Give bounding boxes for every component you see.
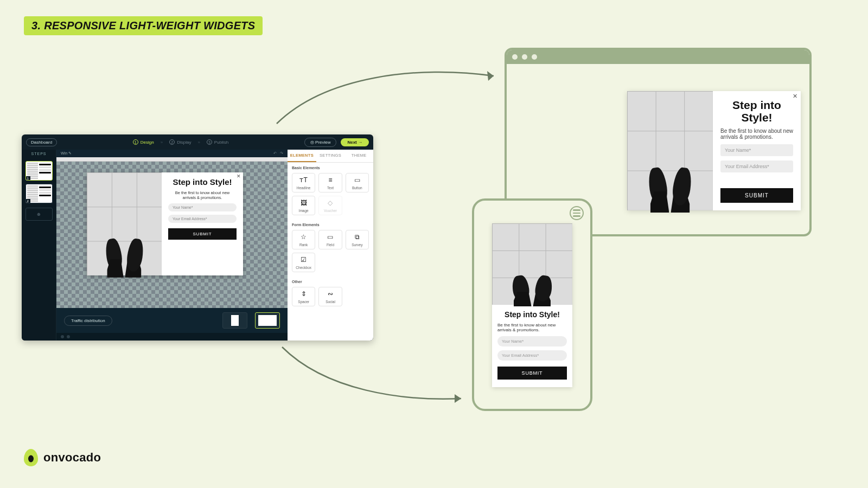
- popup-image: [627, 91, 713, 210]
- browser-titlebar: [507, 50, 809, 64]
- undo-icon[interactable]: ↶: [273, 151, 277, 156]
- panel-tabs: ELEMENTS SETTINGS THEME: [288, 150, 373, 163]
- popup-subtitle: Be the first to know about new arrivals …: [168, 190, 237, 200]
- svg-marker-0: [487, 71, 494, 81]
- canvas-toolbar: Win ✎ ↶ ↷: [56, 150, 288, 157]
- submit-button[interactable]: SUBMIT: [497, 367, 567, 380]
- tile-button[interactable]: ▭Button: [346, 173, 369, 192]
- canvas-footer: Traffic distribution: [56, 308, 288, 333]
- canvas-area: Win ✎ ↶ ↷ ✕ Step into Style! Be the firs…: [56, 150, 288, 341]
- tab-elements[interactable]: ELEMENTS: [288, 150, 316, 162]
- elements-panel: ELEMENTS SETTINGS THEME Basic Elements ᴛ…: [288, 150, 373, 341]
- slide-headline: 3. RESPONSIVE LIGHT-WEIGHT WIDGETS: [24, 16, 263, 35]
- name-field[interactable]: Your Name*: [168, 203, 237, 211]
- submit-button[interactable]: SUBMIT: [720, 188, 793, 203]
- step-thumb-1[interactable]: 1: [25, 161, 53, 181]
- canvas-title[interactable]: Win ✎: [61, 151, 72, 156]
- spacer-icon: ⇕: [292, 290, 315, 298]
- next-button[interactable]: Next →: [341, 138, 369, 146]
- traffic-distribution-button[interactable]: Traffic distribution: [64, 316, 112, 326]
- survey-icon: ⧉: [346, 233, 368, 241]
- tile-text[interactable]: ≡Text: [318, 173, 342, 192]
- section-form: Form Elements: [288, 220, 373, 228]
- mobile-preview-frame: Step into Style! Be the first to know ab…: [472, 198, 592, 411]
- desktop-popup: ✕ Step into Style! Be the first to know …: [627, 91, 801, 210]
- text-icon: ≡: [319, 176, 341, 184]
- avocado-icon: [24, 449, 38, 466]
- close-icon[interactable]: ✕: [237, 174, 241, 179]
- section-basic: Basic Elements: [288, 163, 373, 171]
- step-thumb-2[interactable]: 2: [25, 184, 53, 203]
- headline-icon: ᴛT: [292, 176, 315, 184]
- tile-field[interactable]: ▭Field: [318, 230, 342, 249]
- tile-social[interactable]: ∾Social: [318, 287, 342, 306]
- tab-settings[interactable]: SETTINGS: [316, 150, 345, 162]
- steps-header: STEPS: [31, 150, 47, 158]
- widget-editor-app: Dashboard 1Design » 2Display » 3Publish …: [22, 134, 373, 341]
- canvas-ruler: [56, 157, 288, 162]
- tile-headline[interactable]: ᴛTHeadline: [292, 173, 315, 192]
- redo-icon[interactable]: ↷: [280, 151, 283, 156]
- tile-voucher: ◇Voucher: [318, 196, 342, 215]
- button-icon: ▭: [346, 176, 368, 184]
- rank-icon: ☆: [292, 233, 315, 241]
- section-other: Other: [288, 277, 373, 285]
- tile-rank[interactable]: ☆Rank: [292, 230, 315, 249]
- image-icon: 🖼: [292, 198, 315, 207]
- steps-sidebar: STEPS 1 2 ⊕: [22, 150, 56, 341]
- email-field[interactable]: Your Email Address*: [168, 215, 237, 223]
- popup-subtitle: Be the first to know about new arrivals …: [720, 128, 793, 140]
- dashboard-link[interactable]: Dashboard: [26, 138, 57, 146]
- wizard-step-design[interactable]: 1Design: [133, 139, 154, 145]
- mobile-popup: Step into Style! Be the first to know ab…: [492, 223, 572, 387]
- field-icon: ▭: [319, 233, 341, 241]
- preview-button[interactable]: ◎ Preview: [304, 138, 337, 147]
- device-desktop-thumb[interactable]: [255, 312, 280, 329]
- popup-image: [87, 172, 162, 275]
- tile-checkbox[interactable]: ☑Checkbox: [292, 253, 315, 272]
- tab-theme[interactable]: THEME: [344, 150, 373, 162]
- close-icon[interactable]: ✕: [793, 93, 797, 100]
- name-field[interactable]: Your Name*: [720, 144, 793, 156]
- editor-topbar: Dashboard 1Design » 2Display » 3Publish …: [22, 134, 373, 150]
- add-step-button[interactable]: ⊕: [25, 208, 53, 221]
- social-icon: ∾: [319, 290, 341, 298]
- email-field[interactable]: Your Email Address*: [497, 350, 567, 361]
- submit-button[interactable]: SUBMIT: [168, 228, 237, 240]
- popup-subtitle: Be the first to know about new arrivals …: [497, 323, 567, 332]
- hamburger-icon[interactable]: [570, 206, 584, 220]
- tile-image[interactable]: 🖼Image: [292, 196, 315, 215]
- svg-marker-1: [455, 394, 461, 403]
- checkbox-icon: ☑: [292, 255, 315, 264]
- tile-spacer[interactable]: ⇕Spacer: [292, 287, 315, 306]
- voucher-icon: ◇: [319, 198, 341, 207]
- editor-statusbar: [56, 333, 288, 341]
- tile-survey[interactable]: ⧉Survey: [346, 230, 369, 249]
- email-field[interactable]: Your Email Address*: [720, 160, 793, 172]
- popup-widget[interactable]: ✕ Step into Style! Be the first to know …: [87, 172, 243, 275]
- canvas-stage[interactable]: ✕ Step into Style! Be the first to know …: [56, 157, 288, 308]
- popup-title: Step into Style!: [720, 99, 793, 124]
- brand-logo: onvocado: [24, 449, 101, 466]
- name-field[interactable]: Your Name*: [497, 336, 567, 346]
- brand-name: onvocado: [43, 451, 101, 465]
- popup-title: Step into Style!: [168, 178, 237, 187]
- popup-image: [492, 223, 572, 305]
- popup-title: Step into Style!: [497, 310, 567, 319]
- wizard-step-publish[interactable]: 3Publish: [207, 139, 228, 145]
- device-mobile-thumb[interactable]: [222, 312, 247, 329]
- wizard-step-display[interactable]: 2Display: [169, 139, 191, 145]
- wizard-steps: 1Design » 2Display » 3Publish: [133, 139, 228, 145]
